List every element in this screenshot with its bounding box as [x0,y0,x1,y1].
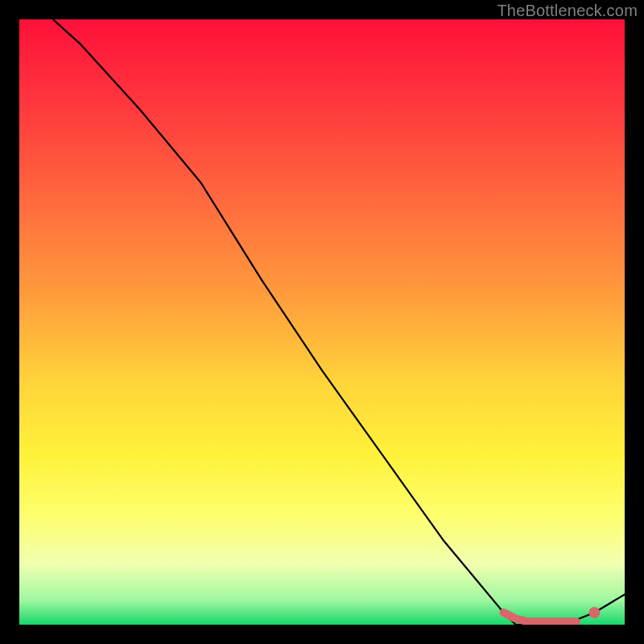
highlight-end-dot [588,607,600,618]
chart-stage: TheBottleneck.com [0,0,644,644]
chart-svg [19,19,625,625]
plot-area [19,19,625,625]
gradient-background [19,19,625,625]
watermark-text: TheBottleneck.com [497,2,638,20]
